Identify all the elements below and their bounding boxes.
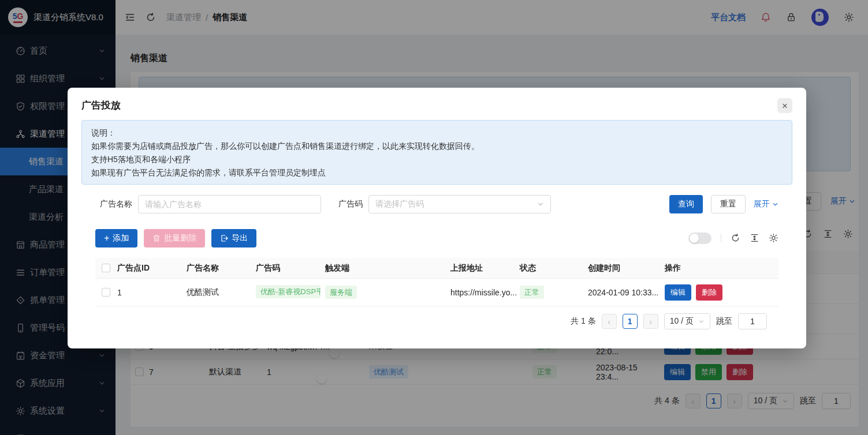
chevron-down-icon [772,201,778,208]
ad-name: 优酷测试 [185,287,255,298]
chevron-left-icon: ‹ [608,317,610,327]
trash-icon [152,234,161,242]
ads-table: 广告点ID 广告名称 广告码 触发端 上报地址 状态 创建时间 操作 1 优酷测… [95,258,778,306]
chevron-right-icon: › [649,317,652,327]
divider [721,234,721,242]
export-button[interactable]: 导出 [211,229,256,247]
ad-code-tag: 优酷-新睿视DSP平台 [256,285,321,298]
status-badge: 正常 [520,286,544,299]
ad-code-select[interactable]: 请选择广告码 [368,195,551,213]
next-page-button[interactable]: › [643,314,658,329]
prev-page-button[interactable]: ‹ [602,314,617,329]
modal-note: 说明： 如果你需要为店铺或商品投放广告，那么你可以创建广告点和销售渠道进行绑定，… [81,120,792,185]
reset-button[interactable]: 重置 [711,195,746,213]
table-row: 1 优酷测试 优酷-新睿视DSP平台 服务端 https://missile.y… [95,279,778,306]
trigger-side-tag: 服务端 [325,286,357,299]
row-height-icon[interactable] [750,233,759,243]
ad-code-label: 广告码 [338,199,363,209]
search-button[interactable]: 查询 [669,195,703,213]
close-button[interactable]: × [777,98,792,113]
total-count: 共 1 条 [571,316,596,327]
ad-placement-modal: 广告投放 × 说明： 如果你需要为店铺或商品投放广告，那么你可以创建广告点和销售… [68,88,806,348]
add-button[interactable]: +添加 [95,229,137,247]
modal-header: 广告投放 × [81,98,792,113]
delete-button[interactable]: 删除 [696,284,722,301]
refresh-icon[interactable] [731,233,740,243]
ad-point-id: 1 [116,288,185,297]
modal-filter-form: 广告名称 广告码 请选择广告码 查询 重置 展开 [95,195,778,213]
modal-title: 广告投放 [81,98,121,113]
dense-mode-toggle[interactable] [688,232,711,244]
expand-toggle[interactable]: 展开 [754,199,778,209]
column-settings-gear-icon[interactable] [769,233,778,243]
close-icon: × [782,101,788,111]
pagination: 共 1 条 ‹ 1 › 10 / 页 跳至 [95,313,778,329]
chevron-down-icon [537,201,544,208]
ad-name-label: 广告名称 [100,199,132,209]
edit-button[interactable]: 编辑 [665,284,691,301]
row-checkbox[interactable] [102,288,110,297]
ad-name-input[interactable] [138,195,321,213]
page-number-button[interactable]: 1 [623,314,638,329]
modal-toolbar: +添加 批量删除 导出 [95,228,778,247]
created-time: 2024-01-09 10:33... [587,288,663,297]
table-header-row: 广告点ID 广告名称 广告码 触发端 上报地址 状态 创建时间 操作 [95,258,778,279]
plus-icon: + [104,234,109,243]
batch-delete-button[interactable]: 批量删除 [144,229,205,247]
report-url: https://missile.yo... [449,288,519,297]
jump-page-input[interactable] [738,313,767,329]
page-size-select[interactable]: 10 / 页 [664,313,710,329]
chevron-down-icon [698,318,705,325]
select-all-checkbox[interactable] [102,264,110,272]
export-icon [220,234,228,242]
